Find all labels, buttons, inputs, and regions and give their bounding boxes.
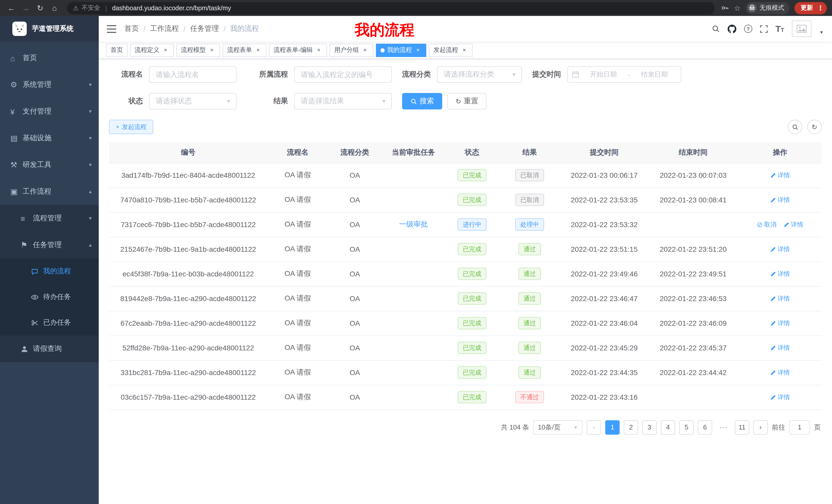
- tab-my-process[interactable]: 我的流程×: [376, 44, 426, 57]
- detail-link[interactable]: 详情: [770, 343, 790, 352]
- browser-forward-icon[interactable]: →: [20, 2, 32, 14]
- breadcrumb-home[interactable]: 首页: [125, 24, 139, 33]
- tab-home[interactable]: 首页: [106, 44, 128, 57]
- update-button[interactable]: 更新 ⋮: [795, 2, 827, 14]
- breadcrumb-task-mgmt[interactable]: 任务管理: [190, 24, 219, 33]
- sidebar-item-done-tasks[interactable]: 已办任务: [0, 310, 99, 335]
- sidebar-item-process-mgmt[interactable]: ≡ 流程管理 ▼: [0, 205, 99, 232]
- help-icon[interactable]: ?: [744, 25, 752, 33]
- detail-link[interactable]: 详情: [770, 319, 790, 328]
- page-button-5[interactable]: 5: [679, 420, 694, 435]
- sidebar-item-my-process[interactable]: 我的流程: [0, 258, 99, 284]
- sidebar-item-devtools[interactable]: ⚒ 研发工具 ▼: [0, 151, 99, 178]
- logo[interactable]: 芋道管理系统: [0, 16, 99, 41]
- fullscreen-icon[interactable]: [760, 25, 768, 33]
- url-text[interactable]: dashboard.yudao.iocoder.cn/bpm/task/my: [112, 4, 709, 11]
- process-name-input[interactable]: [149, 66, 237, 83]
- tab-process-form[interactable]: 流程表单×: [223, 44, 266, 57]
- incognito-badge[interactable]: 无痕模式: [746, 2, 789, 14]
- process-definition-input[interactable]: [294, 66, 392, 83]
- sidebar-item-todo-tasks[interactable]: 待办任务: [0, 284, 99, 310]
- navbar: 首页 / 工作流程 / 任务管理 / 我的流程 我的流程 ?: [99, 16, 832, 41]
- close-icon[interactable]: ×: [315, 47, 322, 54]
- detail-link[interactable]: 详情: [770, 294, 790, 303]
- next-page-button[interactable]: ›: [753, 420, 768, 435]
- chevron-up-icon: ▲: [88, 243, 93, 248]
- edit-icon: [770, 172, 776, 178]
- browser-menu-icon[interactable]: ⋮: [817, 4, 824, 12]
- search-icon[interactable]: [712, 25, 720, 33]
- category-select[interactable]: 请选择流程分类 ▼: [437, 66, 522, 83]
- tab-start-process[interactable]: 发起流程×: [429, 44, 473, 57]
- goto-page-input[interactable]: [789, 420, 810, 435]
- close-icon[interactable]: ×: [362, 47, 369, 54]
- caret-down-icon[interactable]: ▼: [819, 30, 824, 35]
- result-badge: 已取消: [515, 194, 544, 206]
- tab-process-model[interactable]: 流程模型×: [176, 44, 220, 57]
- avatar[interactable]: [792, 21, 811, 37]
- search-toggle-button[interactable]: [788, 120, 802, 134]
- tab-process-form-edit[interactable]: 流程表单-编辑×: [269, 44, 327, 57]
- browser-back-icon[interactable]: ←: [5, 2, 18, 14]
- edit-icon: [770, 271, 776, 277]
- security-label[interactable]: 不安全: [82, 4, 100, 12]
- detail-link[interactable]: 详情: [770, 195, 790, 204]
- page-button-4[interactable]: 4: [661, 420, 675, 435]
- address-bar[interactable]: ⚠ 不安全 | dashboard.yudao.iocoder.cn/bpm/t…: [67, 2, 715, 14]
- detail-link[interactable]: 详情: [770, 171, 790, 179]
- page-size-select[interactable]: 10条/页 ▼: [533, 420, 582, 435]
- chevron-down-icon: ▼: [88, 109, 93, 114]
- refresh-table-button[interactable]: ↻: [807, 120, 822, 134]
- submit-time-range-picker[interactable]: 开始日期 - 结束日期: [567, 66, 681, 83]
- close-icon[interactable]: ×: [414, 47, 422, 54]
- cancel-link[interactable]: 取消: [757, 220, 777, 229]
- breadcrumb-workflow[interactable]: 工作流程: [150, 24, 179, 33]
- browser-reload-icon[interactable]: ↻: [34, 2, 46, 14]
- sidebar-item-workflow[interactable]: ▣ 工作流程 ▲: [0, 178, 99, 205]
- search-button[interactable]: 搜索: [402, 93, 442, 109]
- start-process-button[interactable]: + 发起流程: [109, 120, 153, 134]
- breadcrumb-current: 我的流程: [230, 24, 259, 33]
- bookmark-star-icon[interactable]: ☆: [734, 4, 740, 12]
- close-icon[interactable]: ×: [162, 47, 169, 54]
- hamburger-icon[interactable]: [107, 25, 116, 33]
- page-button-11[interactable]: 11: [735, 420, 749, 435]
- table-toolbar: + 发起流程 ↻: [109, 120, 822, 134]
- page-button-2[interactable]: 2: [624, 420, 638, 435]
- eye-icon: [31, 293, 43, 301]
- github-icon[interactable]: [728, 24, 736, 33]
- key-icon[interactable]: [721, 4, 729, 12]
- close-icon[interactable]: ×: [461, 47, 468, 54]
- sidebar-item-payment[interactable]: ¥ 支付管理 ▼: [0, 98, 99, 125]
- end-date-placeholder[interactable]: 结束日期: [632, 70, 677, 79]
- detail-link[interactable]: 详情: [770, 368, 790, 377]
- edit-icon: [770, 296, 776, 301]
- detail-link[interactable]: 详情: [770, 270, 790, 278]
- detail-link[interactable]: 详情: [784, 220, 803, 229]
- result-select[interactable]: 请选择流结果 ▼: [294, 93, 392, 109]
- page-button-1[interactable]: 1: [605, 420, 620, 435]
- sidebar-item-infrastructure[interactable]: ▤ 基础设施 ▼: [0, 125, 99, 151]
- sidebar-item-leave-query[interactable]: 请假查询: [0, 335, 99, 362]
- detail-link[interactable]: 详情: [770, 245, 790, 254]
- more-pages-icon[interactable]: ···: [716, 420, 731, 435]
- tab-user-group[interactable]: 用户分组×: [330, 44, 373, 57]
- filter-row-1: 流程名 所属流程 流程分类 请选择流程分类 ▼ 提交时间 开始日期: [109, 66, 822, 83]
- close-icon[interactable]: ×: [255, 47, 262, 54]
- start-date-placeholder[interactable]: 开始日期: [581, 70, 626, 79]
- sidebar-item-system[interactable]: ⚙ 系统管理 ▼: [0, 72, 99, 98]
- prev-page-button[interactable]: ‹: [587, 420, 601, 435]
- sidebar-item-task-mgmt[interactable]: ⚑ 任务管理 ▲: [0, 232, 99, 258]
- font-size-icon[interactable]: TT: [775, 24, 784, 33]
- detail-link[interactable]: 详情: [770, 393, 790, 401]
- page-button-3[interactable]: 3: [642, 420, 657, 435]
- tab-process-definition[interactable]: 流程定义×: [130, 44, 174, 57]
- sidebar-item-home[interactable]: ⌂ 首页: [0, 45, 99, 72]
- status-select[interactable]: 请选择状态 ▼: [149, 93, 237, 109]
- browser-home-icon[interactable]: ⌂: [48, 2, 61, 14]
- page-button-6[interactable]: 6: [698, 420, 712, 435]
- current-task-link[interactable]: 一级审批: [399, 220, 428, 228]
- result-badge: 通过: [518, 317, 541, 329]
- reset-button[interactable]: ↻ 重置: [447, 93, 487, 109]
- close-icon[interactable]: ×: [208, 47, 215, 54]
